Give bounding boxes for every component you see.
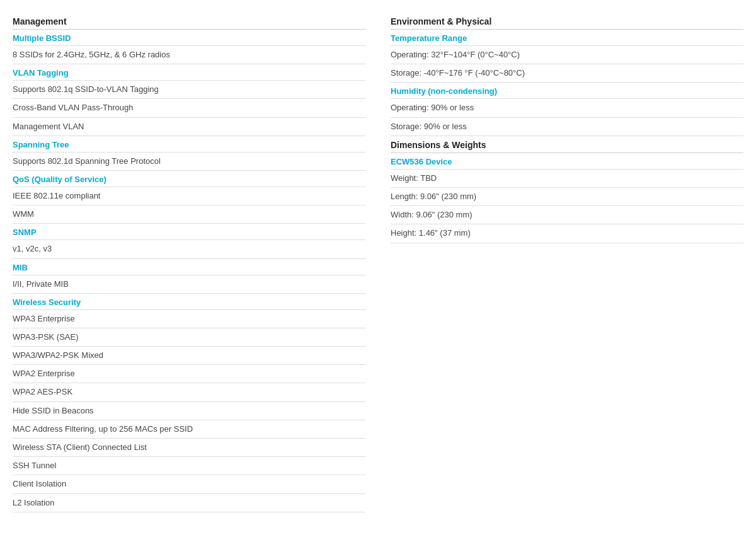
sub-section-title: Temperature Range	[391, 30, 743, 46]
list-item: Cross-Band VLAN Pass-Through	[13, 99, 365, 117]
sub-section-title: VLAN Tagging	[13, 64, 365, 81]
sub-section-title: MIB	[13, 259, 365, 275]
list-item: Hide SSID in Beacons	[13, 402, 365, 420]
section-title: Environment & Physical	[391, 13, 743, 30]
main-layout: ManagementMultiple BSSID8 SSIDs for 2.4G…	[13, 13, 743, 512]
list-item: Storage: -40°F~176 °F (-40°C~80°C)	[391, 64, 743, 83]
section-title: Management	[13, 13, 365, 30]
list-item: WPA2 Enterprise	[13, 365, 365, 383]
list-item: WPA3/WPA2-PSK Mixed	[13, 347, 365, 365]
sub-section-title: QoS (Quality of Service)	[13, 171, 365, 187]
plain-section-title: Dimensions & Weights	[391, 136, 743, 153]
list-item: Client Isolation	[13, 475, 365, 493]
list-item: 8 SSIDs for 2.4GHz, 5GHz, & 6 GHz radios	[13, 46, 365, 64]
sub-section-title: Spanning Tree	[13, 136, 365, 153]
list-item: I/II, Private MIB	[13, 275, 365, 294]
list-item: Weight: TBD	[391, 170, 743, 188]
list-item: v1, v2c, v3	[13, 240, 365, 258]
list-item: Storage: 90% or less	[391, 118, 743, 136]
list-item: MAC Address Filtering, up to 256 MACs pe…	[13, 420, 365, 439]
list-item: L2 Isolation	[13, 494, 365, 512]
list-item: Operating: 32°F~104°F (0°C~40°C)	[391, 46, 743, 64]
list-item: Length: 9.06" (230 mm)	[391, 188, 743, 206]
left-column: ManagementMultiple BSSID8 SSIDs for 2.4G…	[13, 13, 365, 512]
list-item: WPA2 AES-PSK	[13, 383, 365, 401]
list-item: Operating: 90% or less	[391, 99, 743, 117]
list-item: IEEE 802.11e compliant	[13, 187, 365, 205]
right-column: Environment & PhysicalTemperature RangeO…	[391, 13, 743, 512]
list-item: Supports 802.1d Spanning Tree Protocol	[13, 153, 365, 171]
list-item: WPA3 Enterprise	[13, 310, 365, 328]
sub-section-title: Multiple BSSID	[13, 30, 365, 46]
list-item: WMM	[13, 205, 365, 224]
list-item: Management VLAN	[13, 118, 365, 136]
list-item: SSH Tunnel	[13, 457, 365, 475]
list-item: Supports 802.1q SSID-to-VLAN Tagging	[13, 81, 365, 99]
list-item: WPA3-PSK (SAE)	[13, 328, 365, 347]
sub-section-title: SNMP	[13, 224, 365, 240]
list-item: Width: 9.06" (230 mm)	[391, 206, 743, 224]
list-item: Height: 1.46" (37 mm)	[391, 224, 743, 243]
list-item: Wireless STA (Client) Connected List	[13, 439, 365, 457]
sub-section-title: Humidity (non-condensing)	[391, 83, 743, 99]
sub-section-title: Wireless Security	[13, 294, 365, 310]
sub-section-title: ECW536 Device	[391, 153, 743, 170]
